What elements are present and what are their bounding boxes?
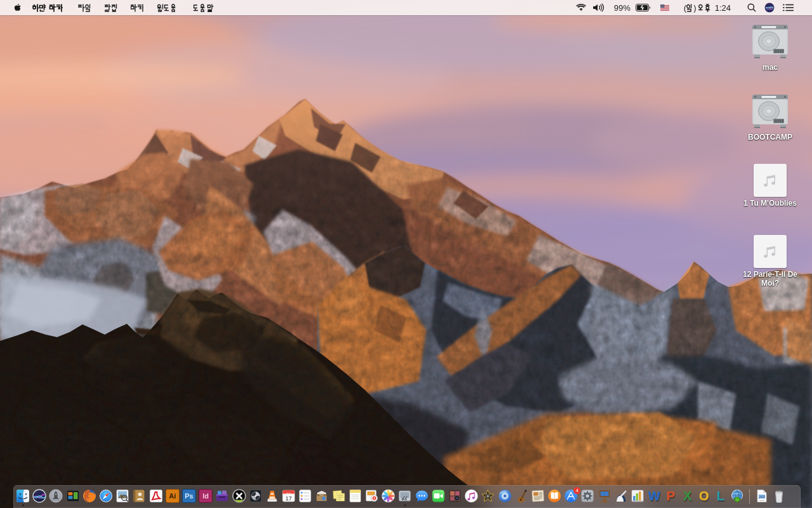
svg-text:17: 17 bbox=[285, 495, 292, 502]
